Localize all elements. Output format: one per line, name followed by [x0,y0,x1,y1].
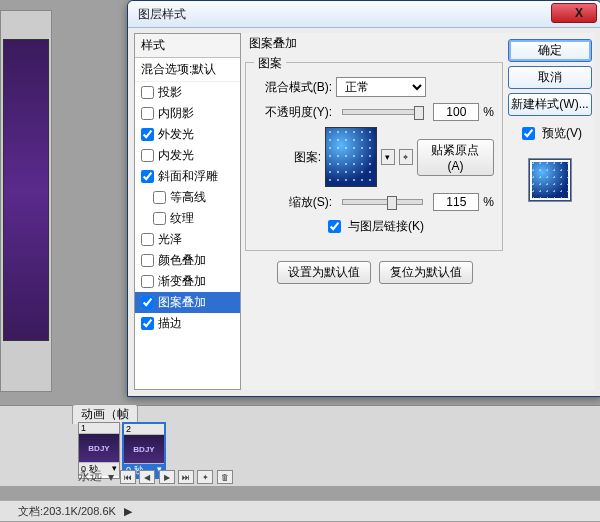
style-item-内发光[interactable]: 内发光 [135,145,240,166]
reset-default-button[interactable]: 复位为默认值 [379,261,473,284]
pattern-label: 图案: [254,149,321,166]
style-item-纹理[interactable]: 纹理 [135,208,240,229]
style-item-外发光[interactable]: 外发光 [135,124,240,145]
layer-style-dialog: 图层样式 X 样式 混合选项:默认 投影内阴影外发光内发光斜面和浮雕等高线纹理光… [127,0,600,397]
link-with-layer-label: 与图层链接(K) [348,218,424,235]
close-icon: X [565,6,583,20]
styles-list: 样式 混合选项:默认 投影内阴影外发光内发光斜面和浮雕等高线纹理光泽颜色叠加渐变… [134,33,241,390]
percent-label: % [483,195,494,209]
style-item-颜色叠加[interactable]: 颜色叠加 [135,250,240,271]
dialog-titlebar[interactable]: 图层样式 X [128,1,600,28]
style-checkbox[interactable] [141,170,154,183]
blend-options-row[interactable]: 混合选项:默认 [135,58,240,82]
style-label: 内阴影 [158,105,194,122]
cancel-button[interactable]: 取消 [508,66,592,89]
frame-number: 2 [124,424,164,435]
style-item-投影[interactable]: 投影 [135,82,240,103]
percent-label: % [483,105,494,119]
animation-panel: 动画（帧 1BDJY0 秒▾2BDJY0 秒▾ 永远 ▾ ⏮ ◀ ▶ ⏭ ✦ 🗑 [0,405,600,486]
opacity-slider[interactable] [342,109,423,115]
style-label: 光泽 [158,231,182,248]
snap-origin-icon[interactable]: ⌖ [399,149,413,165]
style-label: 颜色叠加 [158,252,206,269]
section-title: 图案叠加 [249,35,505,52]
scale-slider[interactable] [342,199,423,205]
playback-button[interactable]: ▶ [159,470,175,484]
status-arrow-icon[interactable]: ▶ [124,505,132,518]
loop-select[interactable]: 永远 [78,468,102,485]
blend-mode-label: 混合模式(B): [254,79,332,96]
scale-label: 缩放(S): [254,194,332,211]
doc-size: 文档:203.1K/208.6K [18,504,116,519]
style-checkbox[interactable] [141,233,154,246]
frame-thumb: BDJY [124,435,164,463]
style-label: 外发光 [158,126,194,143]
style-item-渐变叠加[interactable]: 渐变叠加 [135,271,240,292]
style-item-内阴影[interactable]: 内阴影 [135,103,240,124]
style-label: 渐变叠加 [158,273,206,290]
style-checkbox[interactable] [153,212,166,225]
style-item-斜面和浮雕[interactable]: 斜面和浮雕 [135,166,240,187]
preview-checkbox[interactable] [522,127,535,140]
style-checkbox[interactable] [141,128,154,141]
preview-label: 预览(V) [542,125,582,142]
pattern-swatch[interactable] [325,127,377,187]
style-checkbox[interactable] [141,317,154,330]
style-label: 投影 [158,84,182,101]
style-checkbox[interactable] [153,191,166,204]
slider-thumb[interactable] [414,106,424,120]
style-item-图案叠加[interactable]: 图案叠加 [135,292,240,313]
group-label: 图案 [254,55,286,72]
playback-button[interactable]: 🗑 [217,470,233,484]
style-item-等高线[interactable]: 等高线 [135,187,240,208]
animation-tab[interactable]: 动画（帧 [72,404,138,424]
playback-button[interactable]: ◀ [139,470,155,484]
canvas-image [3,39,49,341]
style-label: 图案叠加 [158,294,206,311]
close-button[interactable]: X [551,3,597,23]
pattern-dropdown-icon[interactable]: ▾ [381,149,395,165]
frame-number: 1 [79,423,119,434]
opacity-input[interactable] [433,103,479,121]
playback-button[interactable]: ⏮ [120,470,136,484]
pattern-group: 图案 混合模式(B): 正常 不透明度(Y): % 图案: ▾ [245,62,503,251]
frame-thumb: BDJY [79,434,119,462]
style-checkbox[interactable] [141,107,154,120]
styles-header[interactable]: 样式 [135,34,240,58]
preview-swatch [529,159,571,201]
opacity-label: 不透明度(Y): [254,104,332,121]
style-checkbox[interactable] [141,254,154,267]
style-item-光泽[interactable]: 光泽 [135,229,240,250]
new-style-button[interactable]: 新建样式(W)... [508,93,592,116]
snap-origin-button[interactable]: 贴紧原点(A) [417,139,494,176]
style-checkbox[interactable] [141,86,154,99]
style-label: 描边 [158,315,182,332]
playback-button[interactable]: ⏭ [178,470,194,484]
blend-mode-select[interactable]: 正常 [336,77,426,97]
style-label: 内发光 [158,147,194,164]
status-bar: 文档:203.1K/208.6K ▶ [0,500,600,521]
style-checkbox[interactable] [141,149,154,162]
style-checkbox[interactable] [141,296,154,309]
link-with-layer-checkbox[interactable] [328,220,341,233]
chevron-down-icon[interactable]: ▾ [108,470,114,484]
ok-button[interactable]: 确定 [508,39,592,62]
set-default-button[interactable]: 设置为默认值 [277,261,371,284]
slider-thumb[interactable] [387,196,397,210]
style-item-描边[interactable]: 描边 [135,313,240,334]
dialog-title: 图层样式 [128,6,186,23]
preview-toggle[interactable]: 预览(V) [518,124,582,143]
style-label: 纹理 [170,210,194,227]
playback-button[interactable]: ✦ [197,470,213,484]
scale-input[interactable] [433,193,479,211]
style-label: 等高线 [170,189,206,206]
style-label: 斜面和浮雕 [158,168,218,185]
style-checkbox[interactable] [141,275,154,288]
editor-canvas [0,10,52,392]
